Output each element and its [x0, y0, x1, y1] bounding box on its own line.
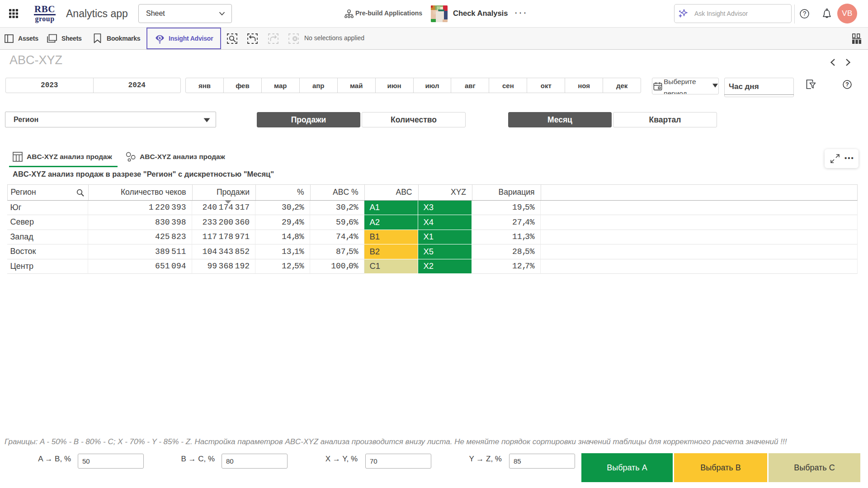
svg-text:?: ?	[803, 10, 807, 17]
svg-text:?: ?	[845, 81, 849, 88]
